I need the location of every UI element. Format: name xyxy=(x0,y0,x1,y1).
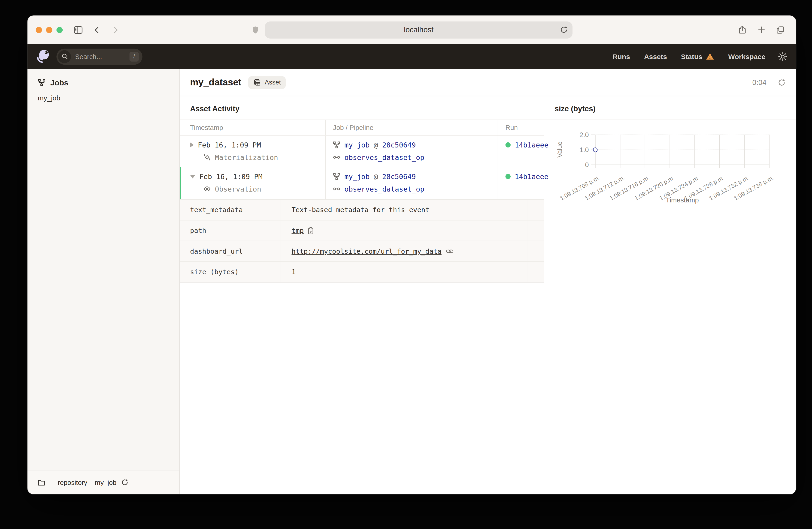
job-icon xyxy=(333,141,340,148)
search-placeholder: Search... xyxy=(75,53,126,60)
event-type: Observation xyxy=(215,185,261,193)
job-version-separator: @ xyxy=(374,172,378,181)
share-icon[interactable] xyxy=(737,25,747,35)
job-version-separator: @ xyxy=(374,141,378,149)
settings-gear-icon[interactable] xyxy=(778,52,788,61)
repository-reload-icon[interactable] xyxy=(121,479,128,486)
metadata-row: size (bytes) 1 xyxy=(180,261,543,282)
privacy-shield-icon[interactable] xyxy=(251,25,260,35)
url-text: localhost xyxy=(404,26,434,34)
sidebar-item-my-job[interactable]: my_job xyxy=(28,87,179,102)
new-tab-icon[interactable] xyxy=(756,25,767,35)
app-nav-bar: Search... / Runs Assets Status Workspace xyxy=(28,44,796,69)
nav-link-status[interactable]: Status xyxy=(681,53,714,60)
x-axis-label: Timestamp xyxy=(595,196,769,204)
jobs-section-header: Jobs xyxy=(28,69,179,87)
dashboard-url-link[interactable]: http://mycoolsite.com/url_for_my_data xyxy=(291,247,441,255)
metadata-row: path tmp xyxy=(180,220,543,241)
y-axis-label: Value xyxy=(556,142,563,158)
workflow-icon xyxy=(38,79,46,87)
dagster-logo[interactable] xyxy=(36,49,51,64)
event-timestamp: Feb 16, 1:09 PM xyxy=(199,172,262,181)
forward-button-icon[interactable] xyxy=(111,25,121,35)
table-row: Feb 16, 1:09 PM Observation xyxy=(180,167,543,199)
expand-arrow-icon[interactable] xyxy=(190,143,194,147)
nav-link-assets[interactable]: Assets xyxy=(644,53,667,60)
window-zoom-button[interactable] xyxy=(56,27,62,33)
back-button-icon[interactable] xyxy=(92,25,102,35)
search-input[interactable]: Search... / xyxy=(56,48,142,64)
op-icon xyxy=(333,154,340,161)
run-status-dot xyxy=(506,143,511,147)
metadata-key: text_metadata xyxy=(180,200,281,220)
event-type: Materialization xyxy=(215,153,278,162)
search-icon xyxy=(58,50,71,63)
repository-footer: __repository__my_job xyxy=(28,470,179,494)
jobs-sidebar: Jobs my_job __repository__my_job xyxy=(28,69,180,494)
page-title: my_dataset xyxy=(190,77,241,88)
event-timestamp: Feb 16, 1:09 PM xyxy=(198,141,261,149)
table-header-row: Timestamp Job / Pipeline Run xyxy=(180,120,543,135)
job-version-link[interactable]: 28c50649 xyxy=(382,172,416,181)
scatter-chart: 2.0 1.0 0 Value 1:09:13.708 p.m. 1:09:13… xyxy=(544,120,796,494)
column-header-timestamp: Timestamp xyxy=(180,120,325,135)
window-controls xyxy=(36,27,63,33)
x-tick-label: 1:09:13.708 p.m. xyxy=(554,174,601,205)
data-point xyxy=(593,147,597,152)
refresh-timer: 0:04 xyxy=(752,78,767,87)
reload-icon[interactable] xyxy=(560,26,568,34)
chart-title: size (bytes) xyxy=(544,96,796,120)
timer-reload-icon[interactable] xyxy=(778,78,786,86)
search-shortcut-badge: / xyxy=(130,52,139,61)
job-version-link[interactable]: 28c50649 xyxy=(382,141,416,149)
path-link[interactable]: tmp xyxy=(291,227,304,235)
window-minimize-button[interactable] xyxy=(46,27,53,33)
run-status-dot xyxy=(506,174,511,179)
jobs-section-title: Jobs xyxy=(50,78,69,87)
screen: localhost xyxy=(0,0,812,529)
y-tick-label: 0 xyxy=(569,161,589,169)
window-close-button[interactable] xyxy=(36,27,42,33)
browser-toolbar: localhost xyxy=(28,15,796,44)
column-header-job-pipeline: Job / Pipeline xyxy=(325,120,498,135)
job-link[interactable]: my_job xyxy=(344,141,369,149)
copy-clipboard-icon[interactable] xyxy=(308,227,314,234)
metadata-value: Text-based metadata for this event xyxy=(291,206,429,214)
asset-activity-panel: Asset Activity Timestamp Job / Pipeline … xyxy=(180,96,543,494)
op-link[interactable]: observes_dataset_op xyxy=(344,153,424,162)
folder-icon xyxy=(37,479,45,486)
op-icon xyxy=(333,185,340,192)
asset-activity-title: Asset Activity xyxy=(180,96,543,120)
nav-link-workspace[interactable]: Workspace xyxy=(728,53,765,60)
asset-icon xyxy=(253,78,261,86)
nav-link-runs[interactable]: Runs xyxy=(612,53,630,60)
metadata-key: path xyxy=(180,220,281,240)
run-id-link[interactable]: 14b1aeee xyxy=(515,172,549,181)
link-icon xyxy=(446,248,453,254)
metadata-row: text_metadata Text-based metadata for th… xyxy=(180,199,543,220)
warning-triangle-icon xyxy=(706,53,714,60)
asset-tag-label: Asset xyxy=(265,79,281,86)
metadata-key: size (bytes) xyxy=(180,262,281,282)
tab-overview-icon[interactable] xyxy=(775,25,786,35)
asset-page-header: my_dataset Asset 0:04 xyxy=(180,69,796,96)
job-icon xyxy=(333,173,340,180)
sidebar-toggle-icon[interactable] xyxy=(73,25,83,35)
asset-activity-table: Timestamp Job / Pipeline Run Feb 16, 1:0… xyxy=(180,120,543,282)
op-link[interactable]: observes_dataset_op xyxy=(344,185,424,193)
column-header-run: Run xyxy=(498,120,543,135)
size-bytes-chart-panel: size (bytes) xyxy=(543,96,796,494)
repository-name: __repository__my_job xyxy=(50,479,117,486)
job-link[interactable]: my_job xyxy=(344,172,369,181)
run-id-link[interactable]: 14b1aeee xyxy=(515,141,549,149)
browser-window: localhost xyxy=(28,15,796,494)
y-tick-label: 2.0 xyxy=(569,131,589,139)
collapse-arrow-icon[interactable] xyxy=(190,175,195,178)
table-row: Feb 16, 1:09 PM Materialization xyxy=(180,135,543,167)
materialization-icon xyxy=(203,154,211,161)
metadata-key: dashboard_url xyxy=(180,241,281,261)
address-bar[interactable]: localhost xyxy=(265,21,572,38)
asset-tag: Asset xyxy=(248,76,286,89)
metadata-value: 1 xyxy=(291,268,295,276)
observation-eye-icon xyxy=(203,185,211,192)
